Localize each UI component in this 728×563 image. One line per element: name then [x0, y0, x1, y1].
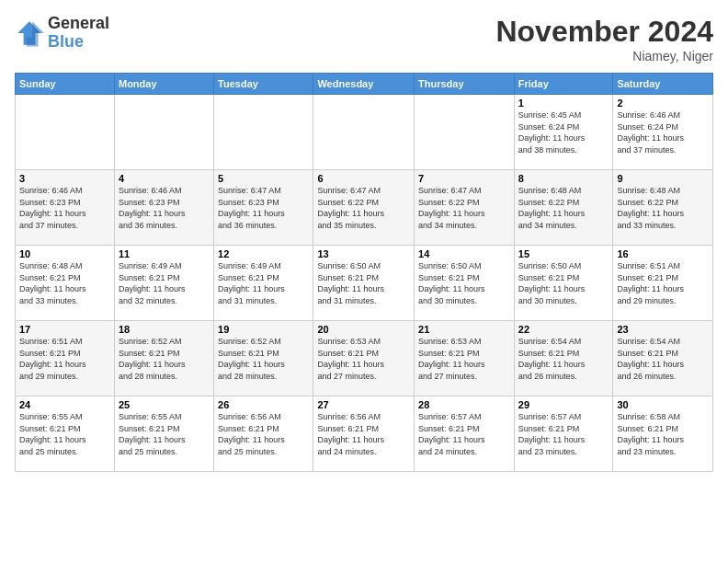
- day-number: 17: [19, 324, 110, 335]
- day-info: Sunrise: 6:50 AM Sunset: 6:21 PM Dayligh…: [518, 260, 609, 306]
- title-block: November 2024 Niamey, Niger: [495, 15, 713, 63]
- calendar-cell: 26Sunrise: 6:56 AM Sunset: 6:21 PM Dayli…: [214, 396, 313, 472]
- calendar-cell: 4Sunrise: 6:46 AM Sunset: 6:23 PM Daylig…: [114, 170, 213, 246]
- calendar-week-row: 1Sunrise: 6:45 AM Sunset: 6:24 PM Daylig…: [16, 95, 713, 170]
- calendar-cell: 15Sunrise: 6:50 AM Sunset: 6:21 PM Dayli…: [514, 246, 613, 321]
- calendar-header-row: SundayMondayTuesdayWednesdayThursdayFrid…: [16, 74, 713, 95]
- calendar-cell: [214, 95, 313, 170]
- calendar-cell: 22Sunrise: 6:54 AM Sunset: 6:21 PM Dayli…: [514, 321, 613, 396]
- calendar-cell: 29Sunrise: 6:57 AM Sunset: 6:21 PM Dayli…: [514, 396, 613, 472]
- calendar-cell: [114, 95, 213, 170]
- day-info: Sunrise: 6:46 AM Sunset: 6:23 PM Dayligh…: [119, 185, 210, 231]
- logo-general: General: [48, 15, 109, 33]
- calendar-header-sunday: Sunday: [16, 74, 115, 95]
- day-number: 30: [617, 399, 709, 410]
- day-info: Sunrise: 6:58 AM Sunset: 6:21 PM Dayligh…: [617, 411, 709, 457]
- day-info: Sunrise: 6:47 AM Sunset: 6:22 PM Dayligh…: [317, 185, 410, 231]
- calendar-header-wednesday: Wednesday: [313, 74, 415, 95]
- calendar-cell: 7Sunrise: 6:47 AM Sunset: 6:22 PM Daylig…: [415, 170, 515, 246]
- calendar-week-row: 17Sunrise: 6:51 AM Sunset: 6:21 PM Dayli…: [16, 321, 713, 396]
- day-info: Sunrise: 6:54 AM Sunset: 6:21 PM Dayligh…: [518, 336, 609, 382]
- day-number: 15: [518, 248, 609, 259]
- calendar-cell: 11Sunrise: 6:49 AM Sunset: 6:21 PM Dayli…: [114, 246, 213, 321]
- day-info: Sunrise: 6:54 AM Sunset: 6:21 PM Dayligh…: [617, 336, 709, 382]
- month-title: November 2024: [495, 15, 713, 49]
- logo-icon: [15, 18, 44, 48]
- calendar-cell: 6Sunrise: 6:47 AM Sunset: 6:22 PM Daylig…: [313, 170, 415, 246]
- day-info: Sunrise: 6:55 AM Sunset: 6:21 PM Dayligh…: [119, 411, 210, 457]
- calendar-cell: 13Sunrise: 6:50 AM Sunset: 6:21 PM Dayli…: [313, 246, 415, 321]
- day-number: 13: [317, 248, 410, 259]
- day-info: Sunrise: 6:49 AM Sunset: 6:21 PM Dayligh…: [218, 260, 309, 306]
- calendar-cell: 19Sunrise: 6:52 AM Sunset: 6:21 PM Dayli…: [214, 321, 313, 396]
- day-number: 16: [617, 248, 709, 259]
- day-number: 6: [317, 173, 410, 184]
- day-number: 26: [218, 399, 309, 410]
- day-info: Sunrise: 6:48 AM Sunset: 6:22 PM Dayligh…: [617, 185, 709, 231]
- day-number: 28: [418, 399, 510, 410]
- calendar-cell: 28Sunrise: 6:57 AM Sunset: 6:21 PM Dayli…: [415, 396, 515, 472]
- calendar-cell: 18Sunrise: 6:52 AM Sunset: 6:21 PM Dayli…: [114, 321, 213, 396]
- day-number: 8: [518, 173, 609, 184]
- day-number: 11: [119, 248, 210, 259]
- day-number: 23: [617, 324, 709, 335]
- page: General Blue November 2024 Niamey, Niger…: [0, 0, 728, 563]
- calendar-week-row: 10Sunrise: 6:48 AM Sunset: 6:21 PM Dayli…: [16, 246, 713, 321]
- calendar-cell: [313, 95, 415, 170]
- logo: General Blue: [15, 15, 109, 52]
- day-info: Sunrise: 6:52 AM Sunset: 6:21 PM Dayligh…: [218, 336, 309, 382]
- calendar-cell: 12Sunrise: 6:49 AM Sunset: 6:21 PM Dayli…: [214, 246, 313, 321]
- calendar-cell: 27Sunrise: 6:56 AM Sunset: 6:21 PM Dayli…: [313, 396, 415, 472]
- logo-blue: Blue: [48, 33, 109, 52]
- calendar-header-thursday: Thursday: [415, 74, 515, 95]
- day-info: Sunrise: 6:48 AM Sunset: 6:22 PM Dayligh…: [518, 185, 609, 231]
- day-number: 21: [418, 324, 510, 335]
- calendar-cell: 20Sunrise: 6:53 AM Sunset: 6:21 PM Dayli…: [313, 321, 415, 396]
- day-info: Sunrise: 6:46 AM Sunset: 6:24 PM Dayligh…: [617, 109, 709, 155]
- calendar-cell: 5Sunrise: 6:47 AM Sunset: 6:23 PM Daylig…: [214, 170, 313, 246]
- calendar-cell: 8Sunrise: 6:48 AM Sunset: 6:22 PM Daylig…: [514, 170, 613, 246]
- calendar-cell: [415, 95, 515, 170]
- calendar-cell: 24Sunrise: 6:55 AM Sunset: 6:21 PM Dayli…: [16, 396, 115, 472]
- calendar: SundayMondayTuesdayWednesdayThursdayFrid…: [15, 73, 713, 472]
- day-number: 24: [19, 399, 110, 410]
- day-number: 10: [19, 248, 110, 259]
- day-number: 20: [317, 324, 410, 335]
- day-info: Sunrise: 6:47 AM Sunset: 6:23 PM Dayligh…: [218, 185, 309, 231]
- day-number: 25: [119, 399, 210, 410]
- logo-text: General Blue: [48, 15, 109, 52]
- calendar-cell: 3Sunrise: 6:46 AM Sunset: 6:23 PM Daylig…: [16, 170, 115, 246]
- day-number: 5: [218, 173, 309, 184]
- calendar-cell: 9Sunrise: 6:48 AM Sunset: 6:22 PM Daylig…: [613, 170, 713, 246]
- calendar-cell: 14Sunrise: 6:50 AM Sunset: 6:21 PM Dayli…: [415, 246, 515, 321]
- day-info: Sunrise: 6:53 AM Sunset: 6:21 PM Dayligh…: [317, 336, 410, 382]
- day-number: 27: [317, 399, 410, 410]
- day-info: Sunrise: 6:50 AM Sunset: 6:21 PM Dayligh…: [418, 260, 510, 306]
- day-info: Sunrise: 6:45 AM Sunset: 6:24 PM Dayligh…: [518, 109, 609, 155]
- calendar-week-row: 24Sunrise: 6:55 AM Sunset: 6:21 PM Dayli…: [16, 396, 713, 472]
- calendar-header-friday: Friday: [514, 74, 613, 95]
- day-number: 29: [518, 399, 609, 410]
- calendar-cell: [16, 95, 115, 170]
- day-number: 2: [617, 98, 709, 109]
- day-number: 22: [518, 324, 609, 335]
- calendar-cell: 21Sunrise: 6:53 AM Sunset: 6:21 PM Dayli…: [415, 321, 515, 396]
- calendar-header-tuesday: Tuesday: [214, 74, 313, 95]
- day-number: 14: [418, 248, 510, 259]
- day-info: Sunrise: 6:50 AM Sunset: 6:21 PM Dayligh…: [317, 260, 410, 306]
- header: General Blue November 2024 Niamey, Niger: [15, 15, 713, 63]
- calendar-cell: 1Sunrise: 6:45 AM Sunset: 6:24 PM Daylig…: [514, 95, 613, 170]
- day-number: 1: [518, 98, 609, 109]
- day-info: Sunrise: 6:56 AM Sunset: 6:21 PM Dayligh…: [218, 411, 309, 457]
- calendar-cell: 10Sunrise: 6:48 AM Sunset: 6:21 PM Dayli…: [16, 246, 115, 321]
- day-number: 9: [617, 173, 709, 184]
- calendar-week-row: 3Sunrise: 6:46 AM Sunset: 6:23 PM Daylig…: [16, 170, 713, 246]
- calendar-header-saturday: Saturday: [613, 74, 713, 95]
- day-info: Sunrise: 6:51 AM Sunset: 6:21 PM Dayligh…: [19, 336, 110, 382]
- day-info: Sunrise: 6:53 AM Sunset: 6:21 PM Dayligh…: [418, 336, 510, 382]
- day-info: Sunrise: 6:55 AM Sunset: 6:21 PM Dayligh…: [19, 411, 110, 457]
- day-number: 18: [119, 324, 210, 335]
- day-info: Sunrise: 6:52 AM Sunset: 6:21 PM Dayligh…: [119, 336, 210, 382]
- day-info: Sunrise: 6:57 AM Sunset: 6:21 PM Dayligh…: [418, 411, 510, 457]
- calendar-cell: 30Sunrise: 6:58 AM Sunset: 6:21 PM Dayli…: [613, 396, 713, 472]
